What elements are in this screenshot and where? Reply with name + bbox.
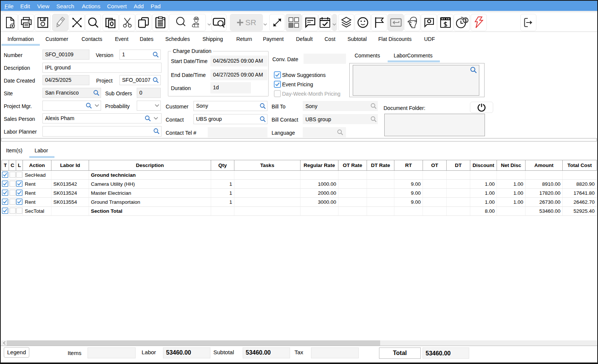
svg-text:SR: SR — [245, 18, 256, 27]
